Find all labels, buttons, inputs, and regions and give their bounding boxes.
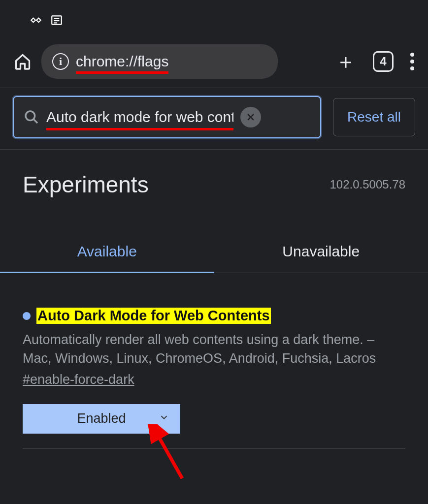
home-button[interactable]: [14, 53, 32, 70]
tab-available[interactable]: Available: [0, 233, 214, 273]
info-icon: i: [52, 53, 69, 70]
page-title: Experiments: [23, 171, 149, 198]
overflow-menu-button[interactable]: [410, 53, 414, 70]
tab-switcher-button[interactable]: 4: [373, 51, 394, 72]
url-text: chrome://flags: [76, 53, 168, 70]
news-icon: [50, 14, 63, 29]
clear-search-button[interactable]: [240, 107, 261, 127]
flags-search-box[interactable]: [13, 96, 321, 138]
flag-anchor-name[interactable]: #enable-force-dark: [23, 372, 405, 387]
devtools-icon: [30, 14, 42, 29]
modified-indicator-icon: [23, 312, 31, 320]
chevron-down-icon: [159, 411, 169, 426]
version-text: 102.0.5005.78: [330, 178, 405, 191]
tabs: Available Unavailable: [0, 233, 428, 273]
flag-description: Automatically render all web contents us…: [23, 331, 405, 368]
browser-toolbar: i chrome://flags ＋ 4: [0, 33, 428, 88]
omnibox[interactable]: i chrome://flags: [41, 44, 278, 79]
svg-line-5: [33, 119, 37, 123]
flag-item: Auto Dark Mode for Web Contents Automati…: [0, 273, 428, 464]
reset-all-button[interactable]: Reset all: [333, 98, 415, 136]
flags-search-input[interactable]: [46, 109, 233, 126]
flag-select[interactable]: Enabled: [23, 404, 180, 434]
flag-select-value: Enabled: [77, 411, 126, 426]
tab-unavailable[interactable]: Unavailable: [214, 233, 428, 273]
svg-point-4: [26, 111, 35, 121]
search-icon: [24, 109, 39, 125]
flag-title: Auto Dark Mode for Web Contents: [36, 308, 271, 324]
new-tab-button[interactable]: ＋: [335, 48, 356, 75]
